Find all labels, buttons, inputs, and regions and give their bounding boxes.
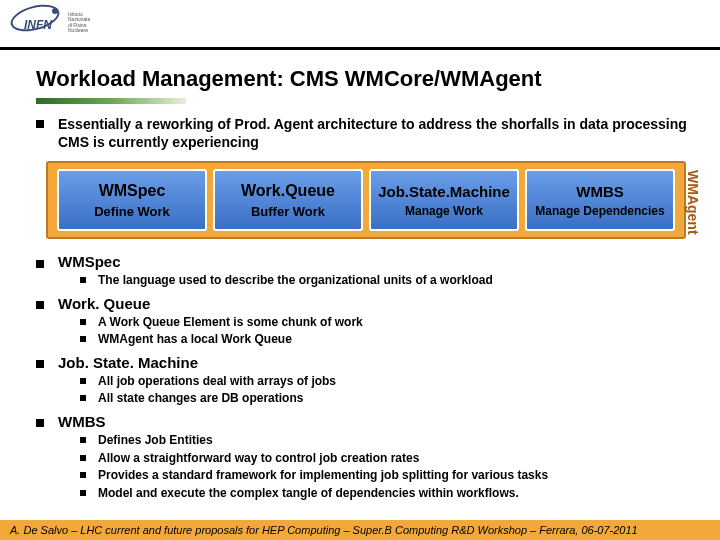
bullet-icon bbox=[36, 419, 44, 427]
list-item: Defines Job Entities bbox=[80, 433, 696, 449]
diagram-box-jobstatemachine: Job.State.Machine Manage Work bbox=[369, 169, 519, 231]
footer-text: A. De Salvo – LHC current and future pro… bbox=[10, 524, 638, 536]
bullet-icon bbox=[36, 120, 44, 128]
bullet-icon bbox=[80, 395, 86, 401]
diagram-box-workqueue: Work.Queue Buffer Work bbox=[213, 169, 363, 231]
section-wmspec-items: The language used to describe the organi… bbox=[36, 273, 696, 289]
slide-title: Workload Management: CMS WMCore/WMAgent bbox=[0, 50, 720, 98]
bullet-icon bbox=[36, 360, 44, 368]
diagram-box-wmbs: WMBS Manage Dependencies bbox=[525, 169, 675, 231]
logo-subtitle: Istituto Nazionale di Fisica Nucleare bbox=[68, 12, 90, 34]
intro-bullet: Essentially a reworking of Prod. Agent a… bbox=[36, 116, 696, 151]
list-item: A Work Queue Element is some chunk of wo… bbox=[80, 315, 696, 331]
bullet-icon bbox=[36, 301, 44, 309]
title-underline bbox=[36, 98, 186, 104]
section-jobstatemachine: Job. State. Machine bbox=[36, 354, 696, 371]
list-item: Model and execute the complex tangle of … bbox=[80, 486, 696, 502]
section-workqueue: Work. Queue bbox=[36, 295, 696, 312]
list-item: WMAgent has a local Work Queue bbox=[80, 332, 696, 348]
list-item: Provides a standard framework for implem… bbox=[80, 468, 696, 484]
bullet-icon bbox=[80, 490, 86, 496]
list-item: Allow a straightforward way to control j… bbox=[80, 451, 696, 467]
content-area: Essentially a reworking of Prod. Agent a… bbox=[0, 116, 720, 501]
section-workqueue-items: A Work Queue Element is some chunk of wo… bbox=[36, 315, 696, 348]
bullet-icon bbox=[80, 277, 86, 283]
list-item: The language used to describe the organi… bbox=[80, 273, 696, 289]
bullet-icon bbox=[80, 437, 86, 443]
bullet-icon bbox=[80, 336, 86, 342]
header: INFN Istituto Nazionale di Fisica Nuclea… bbox=[0, 0, 720, 50]
diagram-side-label: WMAgent bbox=[680, 163, 706, 241]
footer: A. De Salvo – LHC current and future pro… bbox=[0, 520, 720, 540]
bullet-icon bbox=[80, 378, 86, 384]
logo-text: INFN bbox=[24, 18, 52, 32]
wmagent-diagram: WMSpec Define Work Work.Queue Buffer Wor… bbox=[46, 161, 686, 239]
section-wmbs: WMBS bbox=[36, 413, 696, 430]
bullet-icon bbox=[80, 319, 86, 325]
list-item: All state changes are DB operations bbox=[80, 391, 696, 407]
bullet-icon bbox=[80, 455, 86, 461]
intro-text: Essentially a reworking of Prod. Agent a… bbox=[58, 116, 696, 151]
bullet-icon bbox=[36, 260, 44, 268]
section-jobstatemachine-items: All job operations deal with arrays of j… bbox=[36, 374, 696, 407]
section-wmbs-items: Defines Job Entities Allow a straightfor… bbox=[36, 433, 696, 501]
list-item: All job operations deal with arrays of j… bbox=[80, 374, 696, 390]
infn-logo: INFN Istituto Nazionale di Fisica Nuclea… bbox=[10, 4, 80, 44]
diagram-box-wmspec: WMSpec Define Work bbox=[57, 169, 207, 231]
section-wmspec: WMSpec bbox=[36, 253, 696, 270]
bullet-icon bbox=[80, 472, 86, 478]
